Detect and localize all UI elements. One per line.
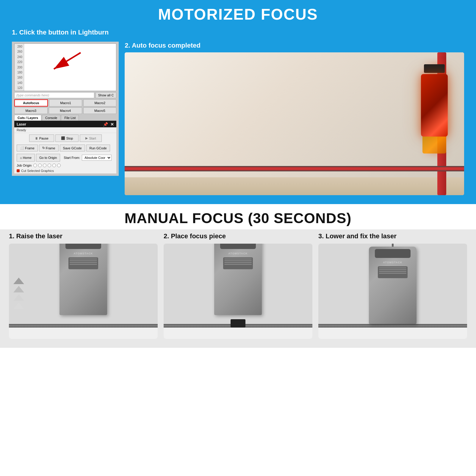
- focus-piece: [231, 319, 245, 328]
- macro1-button[interactable]: Macro1: [49, 99, 82, 107]
- macro5-button[interactable]: Macro5: [83, 107, 117, 114]
- job-origin-radios: [33, 164, 61, 167]
- lb-ready-status: Ready: [14, 127, 116, 133]
- tab-console[interactable]: Console: [42, 115, 60, 120]
- run-gcode-button[interactable]: Run GCode: [86, 145, 110, 151]
- bottom-three-col: 1. Raise the laser ATOMSTACK: [9, 232, 467, 339]
- home-button[interactable]: ⌂ Home: [17, 154, 35, 162]
- vent-2: [223, 257, 253, 269]
- arrow-up-3: [13, 294, 24, 301]
- laser-photo-panel: [125, 52, 464, 195]
- laser-illus-2: ATOMSTACK: [164, 244, 312, 339]
- machine-top-2: [220, 244, 256, 249]
- lightburn-panel: 280 260 240 220 200 180 160 140 120: [12, 42, 119, 195]
- laser-illus-3: ATOMSTACK: [318, 244, 467, 339]
- radio-4[interactable]: [48, 164, 51, 167]
- machine-top-1: [65, 244, 101, 249]
- start-from-row: Start From: Absolute Coor: [61, 154, 114, 162]
- frame2-button[interactable]: ↻ Frame: [39, 145, 59, 151]
- bottom-section: 1. Raise the laser ATOMSTACK: [0, 229, 476, 348]
- autofocus-button[interactable]: Autofocus: [14, 99, 48, 107]
- lb-macro-row-2: Macro3 Macro4 Macro5: [14, 107, 116, 114]
- lb-console-row: (type commands here) Show all C: [14, 92, 116, 98]
- lb-body: 280 260 240 220 200 180 160 140 120: [12, 42, 119, 176]
- h-rail-1: [9, 324, 158, 328]
- start-from-select[interactable]: Absolute Coor: [82, 155, 112, 161]
- right-col: 2. Auto focus completed: [125, 42, 464, 195]
- start-button[interactable]: ▶ Start: [80, 134, 101, 142]
- arrow-up-1: [13, 278, 24, 284]
- vent-3: [378, 266, 408, 278]
- laser-photo: [125, 52, 464, 195]
- laser-head: [416, 64, 452, 154]
- laser-head-bottom: [422, 137, 446, 154]
- start-from-label: Start From:: [64, 156, 80, 159]
- manual-focus-title: MANUAL FOCUS (30 SECONDS): [12, 210, 464, 226]
- lb-ctrl-row: ⏸ Pause ⬛ Stop ▶ Start: [14, 133, 116, 143]
- job-origin-label: Job Origin: [17, 164, 32, 167]
- lb-canvas: 280 260 240 220 200 180 160 140 120: [14, 43, 116, 91]
- machine-top-3: [375, 249, 411, 258]
- antenna-3: [392, 244, 394, 247]
- save-gcode-button[interactable]: Save GCode: [60, 145, 85, 151]
- go-to-origin-button[interactable]: Go to Origin: [36, 154, 60, 162]
- frame1-button[interactable]: ⬜ Frame: [17, 145, 38, 151]
- lb-joborigin-row: Job Origin: [14, 163, 116, 168]
- stop-button[interactable]: ⬛ Stop: [55, 134, 79, 142]
- close-icon[interactable]: ✕: [110, 122, 114, 127]
- arrow-up-2: [13, 286, 24, 292]
- lb-laser-panel: Laser 📌 ✕: [14, 121, 116, 127]
- machine-1: ATOMSTACK: [60, 244, 107, 315]
- lb-cut-selected: Cut Selected Graphics: [14, 168, 116, 173]
- machine-2: ATOMSTACK: [214, 244, 262, 315]
- macro2-button[interactable]: Macro2: [83, 99, 116, 107]
- home-icon: ⌂: [20, 156, 22, 159]
- radio-6[interactable]: [57, 164, 61, 167]
- brand-2: ATOMSTACK: [228, 252, 248, 255]
- bottom-col-1: 1. Raise the laser ATOMSTACK: [9, 232, 158, 339]
- lb-canvas-inner: [24, 44, 116, 91]
- laser-head-top: [424, 64, 445, 73]
- lb-home-row: ⌂ Home Go to Origin Start From: Absolute…: [14, 153, 116, 163]
- start-icon: ▶: [85, 136, 88, 140]
- floor-2: [164, 327, 312, 339]
- laser-panel-title: Laser: [17, 122, 26, 126]
- floor-1: [9, 327, 158, 339]
- floor-3: [318, 327, 467, 339]
- macro3-button[interactable]: Macro3: [14, 107, 48, 114]
- radio-3[interactable]: [43, 164, 46, 167]
- frame2-icon: ↻: [42, 146, 45, 150]
- frame1-icon: ⬜: [20, 146, 24, 150]
- up-arrows: [13, 278, 24, 309]
- h-rail-3: [318, 324, 467, 328]
- lb-ruler: 280 260 240 220 200 180 160 140 120: [15, 44, 24, 91]
- laser-head-body: [421, 74, 448, 137]
- top-two-col: 280 260 240 220 200 180 160 140 120: [12, 42, 464, 195]
- lb-console-input[interactable]: (type commands here): [14, 92, 94, 98]
- bottom-col-3: 3. Lower and fix the laser ATOMSTACK: [318, 232, 467, 339]
- radio-2[interactable]: [38, 164, 42, 167]
- tab-file-list[interactable]: File List: [61, 115, 79, 120]
- show-all-button[interactable]: Show all C: [95, 92, 117, 98]
- step2-label: 2. Auto focus completed: [125, 42, 464, 49]
- pause-button[interactable]: ⏸ Pause: [29, 134, 54, 142]
- cut-selected-label: Cut Selected Graphics: [21, 169, 54, 173]
- radio-1[interactable]: [33, 164, 37, 167]
- step3-bottom-label: 3. Lower and fix the laser: [318, 232, 397, 240]
- pin-icon: 📌: [103, 122, 108, 127]
- macro4-button[interactable]: Macro4: [49, 107, 82, 114]
- main-title: MOTORIZED FOCUS: [12, 5, 464, 23]
- svg-line-1: [54, 53, 81, 69]
- brand-1: ATOMSTACK: [74, 252, 93, 255]
- bottom-col-2: 2. Place focus piece ATOMSTACK: [164, 232, 312, 339]
- tab-cuts-layers[interactable]: Cuts / Layers: [14, 115, 41, 120]
- step1-bottom-label: 1. Raise the laser: [9, 232, 62, 240]
- vent-1: [68, 257, 98, 269]
- lb-frame-row: ⬜ Frame ↻ Frame Save GCode Run GCode: [14, 143, 116, 153]
- laser-illus-1: ATOMSTACK: [9, 244, 158, 339]
- lb-macro-row-1: Autofocus Macro1 Macro2: [14, 99, 116, 107]
- cut-dot-icon: [17, 169, 20, 172]
- machine-3: ATOMSTACK: [369, 247, 416, 324]
- top-section: MOTORIZED FOCUS 1. Click the button in L…: [0, 0, 476, 204]
- radio-5[interactable]: [52, 164, 56, 167]
